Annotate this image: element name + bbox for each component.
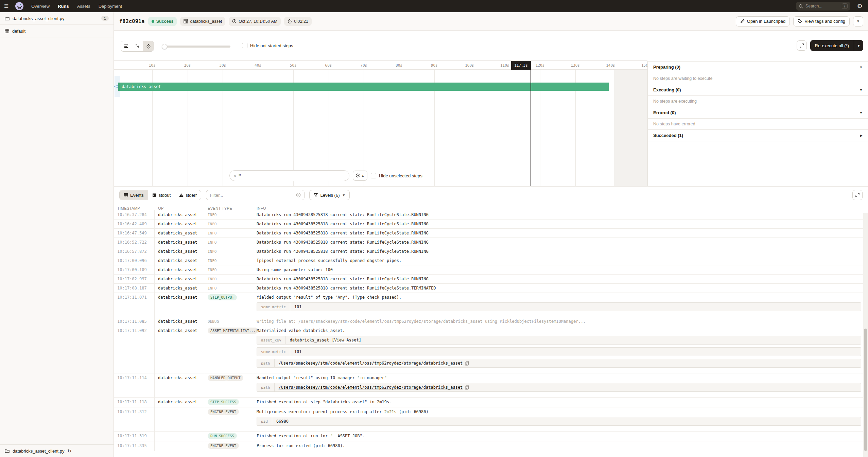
gantt-step-bar[interactable]: databricks_asset	[118, 83, 609, 91]
event-metadata-entry: path/Users/smackesey/stm/code/elementl/o…	[257, 383, 861, 392]
log-timestamp-link[interactable]: 10:17:11.085	[114, 317, 155, 326]
zoom-slider[interactable]	[162, 46, 230, 48]
zoom-slider-knob[interactable]	[162, 44, 167, 49]
run-actions-dropdown-button[interactable]: ▼	[853, 16, 863, 27]
metadata-path-link[interactable]: /Users/smackesey/stm/code/elementl/oss/t…	[279, 361, 463, 366]
log-timestamp-link[interactable]: 10:16:57.872	[114, 247, 155, 256]
asset-group-icon	[5, 29, 9, 33]
nav-link-deployment[interactable]: Deployment	[99, 4, 122, 9]
axis-tick-label: 90s	[431, 63, 438, 68]
hide-unselected-checkbox[interactable]	[371, 173, 376, 178]
step-filter-options-button[interactable]: ▲	[353, 171, 367, 181]
log-timestamp-link[interactable]: 10:17:11.092	[114, 326, 155, 373]
log-timestamp-link[interactable]: 10:17:00.109	[114, 265, 155, 274]
log-scrollbar-track[interactable]	[863, 213, 868, 457]
log-tab-events[interactable]: Events	[120, 190, 148, 200]
gantt-fullscreen-button[interactable]	[797, 40, 807, 51]
sidebar-footer: databricks_asset_client.py ↻	[0, 444, 114, 457]
log-tab-stderr[interactable]: stderr	[175, 190, 201, 200]
step-graph-icon: ✳	[234, 173, 237, 178]
top-nav: ☰ OverviewRunsAssetsDeployment / ⚙	[0, 0, 868, 12]
search-input[interactable]	[805, 4, 836, 8]
log-filter-input[interactable]	[210, 193, 294, 198]
metadata-view-asset-link[interactable]: [View Asset]	[332, 338, 361, 342]
metadata-value: 66980	[272, 417, 293, 425]
log-timestamp-link[interactable]: 10:17:02.997	[114, 275, 155, 283]
log-timestamp-link[interactable]: 10:17:00.096	[114, 256, 155, 265]
log-timestamp-link[interactable]: 10:17:11.114	[114, 373, 155, 397]
log-event-row: 10:16:57.872databricks_assetINFODatabric…	[114, 247, 868, 256]
log-event-type-cell: INFO	[204, 256, 253, 265]
hamburger-menu-icon[interactable]: ☰	[4, 3, 12, 9]
log-scrollbar-thumb[interactable]	[864, 329, 867, 451]
step-section-header[interactable]: Succeeded (1)▶	[648, 130, 868, 141]
copy-icon[interactable]	[465, 385, 469, 390]
log-op-cell: databricks_asset	[155, 210, 204, 219]
view-mode-waterfall-button[interactable]	[132, 41, 143, 51]
clear-filter-icon[interactable]	[296, 193, 301, 197]
log-timestamp-link[interactable]: 10:17:11.312	[114, 407, 155, 431]
log-timestamp-link[interactable]: 10:16:37.284	[114, 210, 155, 219]
log-timestamp-link[interactable]: 10:17:11.118	[114, 398, 155, 407]
expand-icon	[799, 43, 804, 48]
log-column-header: INFO	[253, 206, 868, 210]
step-query-input[interactable]	[239, 173, 334, 178]
gantt-cursor-line[interactable]	[531, 70, 531, 186]
hide-not-started-checkbox[interactable]	[242, 43, 247, 48]
axis-tick-label: 20s	[184, 63, 191, 68]
log-table: TIMESTAMPOPEVENT TYPEINFO 10:16:37.284da…	[114, 204, 868, 457]
log-timestamp-link[interactable]: 10:17:11.335	[114, 441, 155, 451]
step-section-header[interactable]: Executing (0)▼	[648, 84, 868, 96]
log-info-cell: Finished execution of run for "__ASSET_J…	[253, 432, 868, 441]
reload-icon[interactable]: ↻	[67, 448, 71, 454]
axis-tick-label: 140s	[606, 63, 615, 68]
event-metadata-entry: pid66980	[257, 417, 861, 426]
chevron-down-icon: ▼	[860, 66, 863, 69]
log-op-cell: databricks_asset	[155, 284, 204, 293]
copy-icon[interactable]	[465, 361, 469, 366]
dagster-logo-icon[interactable]	[15, 2, 24, 11]
metadata-path-link[interactable]: /Users/smackesey/stm/code/elementl/oss/t…	[279, 385, 463, 390]
open-in-launchpad-button[interactable]: Open in Launchpad	[736, 16, 790, 27]
nav-link-assets[interactable]: Assets	[77, 4, 90, 9]
global-search[interactable]: /	[796, 2, 850, 11]
view-mode-timed-button[interactable]	[143, 41, 154, 51]
step-section-header[interactable]: Errored (0)▼	[648, 107, 868, 119]
log-tab-stdout[interactable]: stdout	[148, 190, 175, 200]
view-mode-flat-button[interactable]	[121, 41, 132, 51]
metadata-key: some_metric	[257, 303, 290, 311]
log-timestamp-link[interactable]: 10:17:11.319	[114, 432, 155, 441]
log-timestamp-link[interactable]: 10:17:08.187	[114, 284, 155, 293]
log-event-row: 10:17:11.319-RUN_SUCCESSFinished executi…	[114, 432, 868, 441]
log-timestamp-link[interactable]: 10:17:11.071	[114, 293, 155, 317]
reexecute-dropdown-button[interactable]: ▼	[854, 40, 863, 51]
sidebar-item-code-file[interactable]: databricks_asset_client.py 1	[0, 12, 114, 25]
log-info-cell: Handled output "result" using IO manager…	[253, 373, 868, 397]
log-info-cell: Databricks run 43009438525818 current st…	[253, 275, 868, 283]
asset-tag[interactable]: databricks_asset	[180, 17, 225, 26]
log-timestamp-link[interactable]: 10:16:52.722	[114, 238, 155, 247]
log-fullscreen-button[interactable]	[852, 190, 863, 200]
metadata-value: /Users/smackesey/stm/code/elementl/oss/t…	[275, 383, 473, 391]
log-info-cell: Finished execution of step "databricks_a…	[253, 398, 868, 407]
nav-link-runs[interactable]: Runs	[58, 4, 69, 9]
view-tags-config-button[interactable]: View tags and config	[793, 16, 850, 27]
levels-dropdown-button[interactable]: Levels (6) ▼	[309, 190, 350, 200]
log-timestamp-link[interactable]: 10:16:47.549	[114, 229, 155, 238]
reexecute-all-button[interactable]: Re-execute all (*) ▼	[810, 40, 863, 51]
gear-icon[interactable]: ⚙	[857, 3, 863, 9]
log-info-cell: Multiprocess executor: parent process ex…	[253, 407, 868, 431]
nav-link-overview[interactable]: Overview	[31, 4, 50, 9]
step-section-title: Preparing (0)	[653, 65, 680, 70]
status-badge: Success	[148, 17, 177, 26]
log-event-type-cell: DEBUG	[204, 317, 253, 326]
sidebar-item-default-group[interactable]: default	[0, 25, 114, 37]
log-timestamp-link[interactable]: 10:16:42.409	[114, 219, 155, 228]
stopwatch-icon	[288, 19, 292, 23]
log-event-type-cell: ENGINE_EVENT	[204, 441, 253, 451]
metadata-value: 101	[290, 348, 306, 356]
log-op-cell: -	[155, 441, 204, 451]
step-section-header[interactable]: Preparing (0)▼	[648, 61, 868, 73]
log-info-message: Databricks run 43009438525818 current st…	[257, 249, 865, 254]
log-info-message: Multiprocess executor: parent process ex…	[257, 409, 865, 414]
